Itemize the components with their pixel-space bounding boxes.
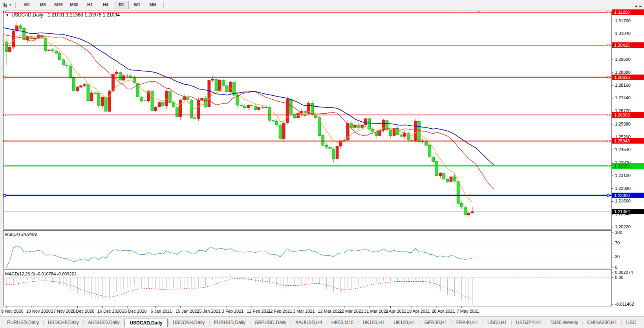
one-click-collapse-icon[interactable]: ▼ — [5, 13, 9, 17]
rsi-label: RSI(14) 24.9409 — [5, 232, 37, 237]
price-tick-label: 1.28160 — [615, 83, 631, 87]
date-tick-label: 18 Nov 2020 — [26, 309, 50, 313]
price-tick-label: 1.29600 — [615, 57, 631, 62]
date-tick-label: 12 Feb 2021 — [247, 309, 271, 313]
current-price-badge: 1.21094 — [612, 209, 644, 214]
tab-scroll-arrows: ◂▸ — [632, 4, 643, 9]
macd-tick-label: 0.002074 — [615, 270, 633, 275]
tab-china300-h1[interactable]: CHINA300,H1 — [583, 319, 621, 326]
date-tick-label: 3 Mar 2021 — [293, 309, 315, 313]
ohlc-values: 1.21031 1.21368 1.20978 1.21094 — [48, 12, 120, 18]
macd-tick-label: 0.00 — [615, 275, 623, 280]
tabs-scroll-left-icon[interactable]: ◂ — [635, 4, 637, 8]
price-tick-label: 1.31760 — [615, 18, 631, 23]
price-tick-label: 1.22380 — [615, 186, 631, 191]
tab-fra40-h1[interactable]: FRA40,H1 — [452, 319, 482, 326]
tab-uk100-h1[interactable]: UK100,H1 — [390, 319, 419, 326]
chart-title: ▼ USDCAD,Daily 1.21031 1.21368 1.20978 1… — [5, 12, 120, 18]
price-level-badge: 1.32258 — [612, 9, 644, 15]
tab-usc[interactable]: USC — [622, 319, 640, 326]
rsi-tick-label: 30 — [615, 254, 620, 259]
date-tick-label: 22 Feb 2021 — [268, 309, 293, 313]
date-tick-label: 3 Feb 2021 — [222, 309, 244, 313]
tab-audusd-daily[interactable]: AUDUSD,Daily — [84, 319, 124, 326]
date-tick-label: 9 Nov 2020 — [1, 309, 23, 313]
price-tick-label: 1.28880 — [615, 70, 631, 75]
tab-ger30-h1[interactable]: GER30,H1 — [421, 319, 451, 326]
date-tick-label: 7 May 2021 — [457, 309, 479, 313]
chart-shift-marker[interactable] — [477, 11, 480, 13]
date-tick-label: 19 Apr 2021 — [407, 309, 430, 313]
price-tick-label: 1.20220 — [615, 224, 631, 229]
macd-tick-label: -0.011462 — [615, 302, 634, 306]
rsi-tick-label: 0 — [615, 265, 617, 270]
date-tick-label: 15 Jan 2021 — [176, 309, 199, 313]
date-tick-label: 6 Jan 2021 — [151, 309, 172, 313]
date-tick-label: 22 Mar 2021 — [339, 309, 364, 313]
date-tick-label: 27 Nov 2020 — [51, 309, 75, 313]
macd-label: MACD(12,26,9) -0.010784 -0.009221 — [5, 272, 77, 276]
price-level-badge: 1.25043 — [612, 138, 644, 144]
tab-usdcad-daily[interactable]: USDCAD,Daily — [124, 319, 167, 327]
date-tick-label: 25 Dec 2020 — [122, 309, 146, 313]
tab-usdjpy-h1[interactable]: USDJPY,H1 — [512, 319, 545, 326]
price-level-badge: 1.28616 — [612, 75, 644, 80]
tabs-scroll-right-icon[interactable]: ▸ — [639, 4, 642, 8]
price-level-badge: 1.30415 — [612, 42, 644, 48]
trading-terminal-window: ▾ M1M5M15M30H1H4D1W1MN ▼ USDCAD,Daily 1.… — [0, 0, 644, 328]
price-tick-label: 1.23100 — [615, 173, 631, 178]
chart-canvas[interactable] — [0, 0, 644, 328]
price-tick-label: 1.21660 — [615, 199, 631, 203]
symbol-tabs-bar: EURUSD,Daily|USDCHF,Daily|AUDUSD,Daily|U… — [0, 316, 644, 328]
price-level-badge: 1.22000 — [612, 193, 644, 198]
tab-usoil-h1[interactable]: USOil,H1 — [483, 319, 511, 326]
tab-gbpusd-daily[interactable]: GBPUSD,Daily — [251, 319, 290, 326]
rsi-tick-label: 70 — [615, 241, 620, 245]
tab-uk100-h1[interactable]: UK100,H1 — [359, 319, 388, 326]
date-tick-label: 7 Dec 2020 — [72, 309, 94, 313]
price-tick-label: 1.25980 — [615, 122, 631, 126]
date-tick-label: 31 Mar 2021 — [364, 309, 388, 313]
price-level-badge: 1.23653 — [612, 163, 644, 169]
tab-usdchf-daily[interactable]: USDCHF,Daily — [44, 319, 83, 326]
tab-xauusd-h4[interactable]: XAUUSD,H4 — [291, 319, 326, 326]
tab-eurusd-daily[interactable]: EURUSD,Daily — [210, 319, 249, 326]
price-level-badge: 1.26503 — [612, 112, 644, 118]
symbol-label: USDCAD,Daily — [11, 12, 43, 18]
date-tick-label: 28 Apr 2021 — [432, 309, 455, 313]
date-tick-label: 25 Jan 2021 — [197, 309, 221, 313]
date-tick-label: 9 Apr 2021 — [385, 309, 406, 313]
tab-eurusd-daily[interactable]: EURUSD,Daily — [3, 319, 43, 326]
tab-hk50-m15[interactable]: HK50,M15 — [327, 319, 358, 326]
date-tick-label: 12 Mar 2021 — [318, 309, 342, 313]
price-tick-label: 1.31040 — [615, 31, 631, 36]
tab-usdcnh-daily[interactable]: USDCNH,Daily — [169, 319, 209, 326]
date-tick-label: 16 Dec 2020 — [97, 309, 122, 313]
tab-dj30-weekly[interactable]: DJ30,Weekly — [547, 319, 582, 326]
rsi-tick-label: 100 — [615, 230, 622, 235]
price-tick-label: 1.24540 — [615, 147, 631, 152]
price-tick-label: 1.27440 — [615, 95, 631, 100]
